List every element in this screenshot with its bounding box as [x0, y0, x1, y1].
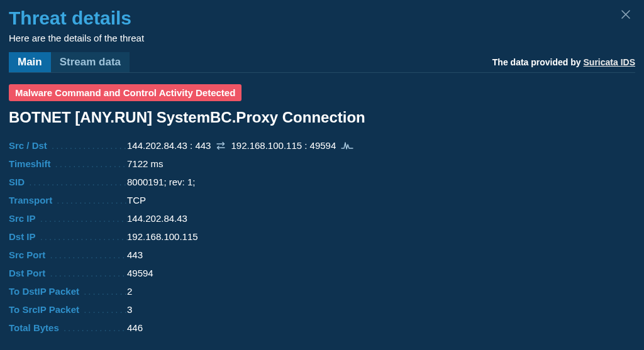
label-src-dst: Src / Dst	[9, 140, 127, 151]
data-provider-note: The data provided by Suricata IDS	[492, 57, 635, 67]
row-src-port: Src Port 443	[9, 249, 635, 260]
tab-main[interactable]: Main	[9, 52, 51, 72]
page-title: Threat details	[9, 8, 131, 29]
label-to-srcip-packet: To SrcIP Packet	[9, 304, 127, 315]
main-content: Malware Command and Control Activity Det…	[9, 73, 635, 333]
label-transport: Transport	[9, 195, 127, 205]
row-src-ip: Src IP 144.202.84.43	[9, 213, 635, 224]
value-src-dst: 144.202.84.43 : 443 192.168.100.115 : 49…	[127, 140, 353, 151]
label-dst-ip: Dst IP	[9, 231, 127, 242]
value-src-ip: 144.202.84.43	[127, 213, 187, 224]
row-dst-port: Dst Port 49594	[9, 268, 635, 278]
row-to-srcip-packet: To SrcIP Packet 3	[9, 304, 635, 315]
row-src-dst: Src / Dst 144.202.84.43 : 443 192.168.10…	[9, 140, 635, 151]
row-total-bytes: Total Bytes 446	[9, 322, 635, 333]
value-src-port: 443	[127, 249, 143, 260]
label-timeshift: Timeshift	[9, 158, 127, 169]
swap-arrows-icon	[216, 141, 226, 150]
value-total-bytes: 446	[127, 322, 143, 333]
row-dst-ip: Dst IP 192.168.100.115	[9, 231, 635, 242]
tab-stream-data[interactable]: Stream data	[51, 52, 130, 72]
close-icon[interactable]	[616, 8, 635, 24]
provider-prefix: The data provided by	[492, 57, 584, 67]
details-list: Src / Dst 144.202.84.43 : 443 192.168.10…	[9, 140, 635, 333]
label-to-dstip-packet: To DstIP Packet	[9, 286, 127, 297]
value-to-dstip-packet: 2	[127, 286, 132, 297]
page-subtitle: Here are the details of the threat	[9, 33, 635, 43]
value-dst-port: 49594	[127, 268, 153, 278]
value-to-srcip-packet: 3	[127, 304, 132, 315]
value-transport: TCP	[127, 195, 146, 205]
label-total-bytes: Total Bytes	[9, 322, 127, 333]
row-transport: Transport TCP	[9, 195, 635, 205]
dst-endpoint: 192.168.100.115 : 49594	[231, 140, 336, 151]
value-dst-ip: 192.168.100.115	[127, 231, 198, 242]
label-src-ip: Src IP	[9, 213, 127, 224]
src-endpoint: 144.202.84.43 : 443	[127, 140, 211, 151]
row-to-dstip-packet: To DstIP Packet 2	[9, 286, 635, 297]
value-timeshift: 7122 ms	[127, 158, 164, 169]
tab-bar: Main Stream data	[9, 52, 130, 72]
stream-wave-icon[interactable]	[341, 141, 353, 150]
threat-signature-name: BOTNET [ANY.RUN] SystemBC.Proxy Connecti…	[9, 109, 635, 126]
row-sid: SID 8000191; rev: 1;	[9, 177, 635, 187]
malware-activity-badge: Malware Command and Control Activity Det…	[9, 84, 242, 101]
value-sid: 8000191; rev: 1;	[127, 177, 195, 187]
label-dst-port: Dst Port	[9, 268, 127, 278]
label-src-port: Src Port	[9, 249, 127, 260]
suricata-link[interactable]: Suricata IDS	[584, 57, 635, 67]
row-timeshift: Timeshift 7122 ms	[9, 158, 635, 169]
label-sid: SID	[9, 177, 127, 187]
